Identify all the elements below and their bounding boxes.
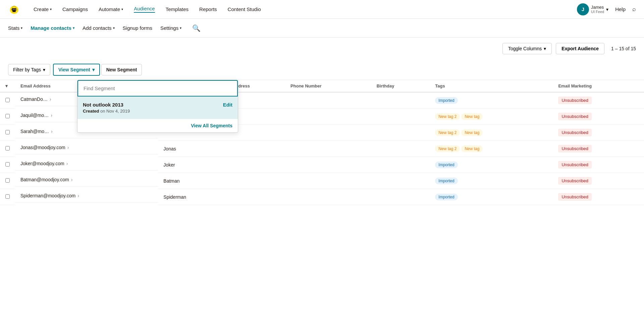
table-row: Jonas@moodjoy.com›JonasNew tag 2New tagU… <box>0 141 644 157</box>
sub-nav: Stats ▾ Manage contacts ▾ Add contacts ▾… <box>0 19 644 38</box>
expand-row-icon[interactable]: › <box>67 145 69 150</box>
expand-row-icon[interactable]: › <box>51 113 52 118</box>
cell-birthday <box>371 157 430 173</box>
segment-item[interactable]: Not outlook 2013 Created on Nov 4, 2019 … <box>77 97 238 119</box>
row-checkbox-cell <box>0 157 15 173</box>
status-badge: Unsubscribed <box>558 177 592 185</box>
chevron-down-icon: ▾ <box>121 7 123 11</box>
chevron-down-icon: ▾ <box>21 26 22 30</box>
row-checkbox[interactable] <box>5 114 10 118</box>
global-search-icon[interactable]: ⌕ <box>632 6 636 13</box>
cell-phone <box>285 92 371 109</box>
tag-badge: New tag <box>461 145 483 152</box>
sub-nav-signup-forms[interactable]: Signup forms <box>123 25 152 31</box>
sub-nav-stats[interactable]: Stats ▾ <box>8 25 22 31</box>
col-header-email-marketing: Email Marketing <box>553 80 644 92</box>
status-badge: Unsubscribed <box>558 97 592 104</box>
cell-address <box>227 157 285 173</box>
row-checkbox[interactable] <box>5 162 10 167</box>
status-badge: Unsubscribed <box>558 145 592 152</box>
cell-email-marketing: Unsubscribed <box>553 109 644 125</box>
chevron-down-icon: ▾ <box>92 67 95 72</box>
cell-phone <box>285 125 371 141</box>
row-checkbox[interactable] <box>5 98 10 102</box>
segment-search-input[interactable] <box>77 80 238 97</box>
view-segment-button[interactable]: View Segment ▾ <box>53 64 100 76</box>
user-chevron-icon: ▾ <box>606 7 608 12</box>
mailchimp-logo[interactable] <box>8 3 20 15</box>
cell-email: Joker@moodjoy.com› <box>15 157 158 171</box>
cell-tags: Imported <box>430 189 553 205</box>
segment-item-text: Not outlook 2013 Created on Nov 4, 2019 <box>83 102 130 114</box>
nav-create[interactable]: Create ▾ <box>34 6 52 12</box>
nav-templates[interactable]: Templates <box>166 6 189 12</box>
expand-row-icon[interactable]: › <box>66 161 68 166</box>
user-details: James UI Feed <box>591 5 604 14</box>
cell-phone <box>285 189 371 205</box>
row-checkbox[interactable] <box>5 178 10 183</box>
cell-email-marketing: Unsubscribed <box>553 173 644 189</box>
col-header-phone: Phone Number <box>285 80 371 92</box>
expand-row-icon[interactable]: › <box>71 177 73 182</box>
cell-phone <box>285 109 371 125</box>
export-audience-button[interactable]: Export Audience <box>556 43 604 54</box>
toolbar: Toggle Columns ▾ Export Audience 1 – 15 … <box>0 38 644 60</box>
cell-birthday <box>371 125 430 141</box>
toggle-columns-button[interactable]: Toggle Columns ▾ <box>502 43 552 54</box>
user-menu[interactable]: J James UI Feed ▾ <box>577 3 608 15</box>
cell-phone <box>285 141 371 157</box>
top-nav: Create ▾ Campaigns Automate ▾ Audience T… <box>0 0 644 19</box>
collapse-icon[interactable]: ▾ <box>5 83 8 88</box>
cell-tags: Imported <box>430 92 553 109</box>
row-checkbox[interactable] <box>5 146 10 150</box>
expand-row-icon[interactable]: › <box>51 129 53 134</box>
cell-tags: New tag 2New tag <box>430 141 553 157</box>
cell-email-marketing: Unsubscribed <box>553 189 644 205</box>
cell-email: Batman@moodjoy.com› <box>15 173 158 187</box>
cell-phone <box>285 173 371 189</box>
cell-address <box>227 173 285 189</box>
view-all-segments-link[interactable]: View All Segments <box>77 119 238 132</box>
nav-campaigns[interactable]: Campaigns <box>62 6 88 12</box>
sub-nav-add-contacts[interactable]: Add contacts ▾ <box>83 25 115 31</box>
new-segment-button[interactable]: New Segment <box>101 64 142 75</box>
cell-first-name: Joker <box>158 157 227 173</box>
tag-badge: New tag <box>461 113 483 120</box>
status-badge: Unsubscribed <box>558 161 592 169</box>
sub-search-icon[interactable]: 🔍 <box>192 24 201 32</box>
cell-first-name: Batman <box>158 173 227 189</box>
row-checkbox-cell <box>0 125 15 141</box>
sub-nav-manage-contacts[interactable]: Manage contacts ▾ <box>31 25 74 31</box>
nav-content-studio[interactable]: Content Studio <box>228 6 261 12</box>
cell-birthday <box>371 109 430 125</box>
row-checkbox[interactable] <box>5 130 10 134</box>
help-link[interactable]: Help <box>615 6 626 12</box>
expand-row-icon[interactable]: › <box>50 97 51 102</box>
nav-automate[interactable]: Automate ▾ <box>99 6 123 12</box>
cell-first-name: Spiderman <box>158 189 227 205</box>
sub-nav-settings[interactable]: Settings ▾ <box>160 25 181 31</box>
tag-badge: Imported <box>435 178 458 184</box>
tag-badge: Imported <box>435 162 458 168</box>
nav-reports[interactable]: Reports <box>199 6 217 12</box>
row-checkbox-cell <box>0 189 15 205</box>
row-checkbox-cell <box>0 109 15 125</box>
row-checkbox[interactable] <box>5 194 10 199</box>
pagination-label: 1 – 15 of 15 <box>611 46 636 51</box>
tag-badge: New tag 2 <box>435 129 460 136</box>
expand-row-icon[interactable]: › <box>77 193 79 198</box>
filter-bar: Filter by Tags ▾ View Segment ▾ New Segm… <box>0 60 644 80</box>
filter-by-tags-button[interactable]: Filter by Tags ▾ <box>8 64 50 75</box>
segment-edit-link[interactable]: Edit <box>223 102 232 108</box>
cell-birthday <box>371 92 430 109</box>
table-row: Joker@moodjoy.com›JokerImportedUnsubscri… <box>0 157 644 173</box>
tag-badge: New tag 2 <box>435 145 460 152</box>
cell-first-name: Jonas <box>158 141 227 157</box>
chevron-down-icon: ▾ <box>113 26 115 30</box>
row-checkbox-cell <box>0 141 15 157</box>
cell-email-marketing: Unsubscribed <box>553 92 644 109</box>
cell-email-marketing: Unsubscribed <box>553 157 644 173</box>
cell-address <box>227 189 285 205</box>
nav-audience[interactable]: Audience <box>134 6 155 13</box>
table-row: Spiderman@moodjoy.com›SpidermanImportedU… <box>0 189 644 205</box>
